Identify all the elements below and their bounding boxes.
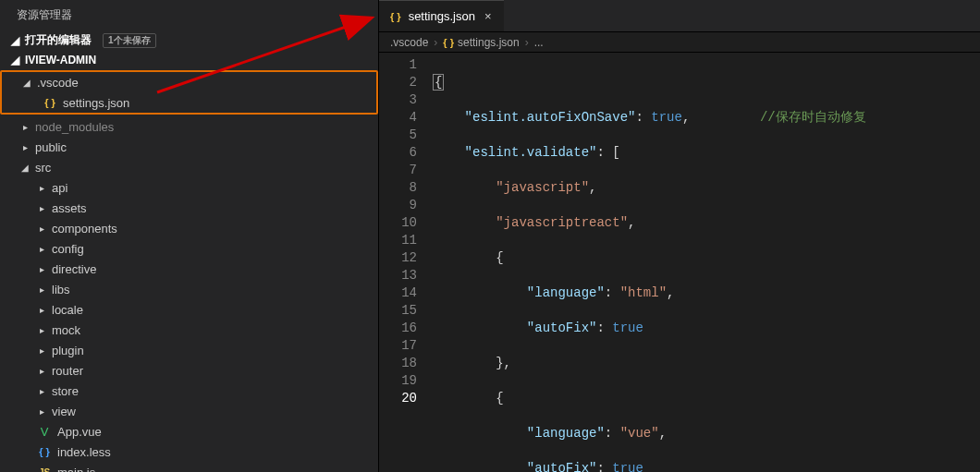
folder-label: store bbox=[52, 384, 79, 398]
close-icon[interactable]: × bbox=[483, 9, 494, 23]
line-number: 1 bbox=[379, 56, 417, 74]
folder-view[interactable]: ▸view bbox=[0, 401, 378, 421]
chevron-right-icon: ▸ bbox=[37, 345, 46, 356]
less-icon: { } bbox=[37, 446, 52, 457]
chevron-right-icon: ▸ bbox=[37, 406, 46, 417]
chevron-right-icon: ▸ bbox=[37, 305, 46, 315]
chevron-right-icon: ▸ bbox=[37, 224, 46, 234]
chevron-down-icon: ◢ bbox=[20, 163, 30, 173]
code-content[interactable]: { "eslint.autoFixOnSave": true, //保存时自动修… bbox=[430, 53, 980, 472]
folder-label: public bbox=[35, 140, 67, 154]
folder-public[interactable]: ▸ public bbox=[0, 137, 378, 157]
folder-label: router bbox=[52, 364, 83, 378]
folder-label: config bbox=[52, 242, 84, 256]
line-number: 8 bbox=[379, 179, 417, 197]
file-label: App.vue bbox=[57, 425, 102, 439]
line-number: 14 bbox=[379, 284, 417, 302]
tab-settings-json[interactable]: { } settings.json × bbox=[379, 0, 504, 31]
highlight-box: ◢ .vscode { } settings.json bbox=[0, 70, 378, 115]
file-main-js[interactable]: JS main.js bbox=[0, 462, 378, 472]
line-number: 20 bbox=[379, 390, 417, 407]
explorer-panel: 资源管理器 ◢ 打开的编辑器 1个未保存 ◢ IVIEW-ADMIN ◢ .vs… bbox=[0, 0, 379, 472]
folder-node-modules[interactable]: ▸ node_modules bbox=[0, 116, 378, 137]
line-number: 12 bbox=[379, 249, 417, 267]
folder-label: node_modules bbox=[35, 120, 114, 134]
explorer-title: 资源管理器 bbox=[0, 0, 378, 29]
file-index-less[interactable]: { } index.less bbox=[0, 442, 378, 462]
line-number: 11 bbox=[379, 232, 417, 249]
line-number: 18 bbox=[379, 355, 417, 372]
line-number: 2 bbox=[379, 74, 417, 91]
chevron-right-icon: ▸ bbox=[37, 366, 46, 376]
open-editors-label: 打开的编辑器 bbox=[25, 32, 92, 48]
folder-label: locale bbox=[52, 303, 83, 317]
folder-store[interactable]: ▸store bbox=[0, 381, 378, 401]
folder-label: mock bbox=[52, 323, 80, 337]
json-icon: { } bbox=[43, 97, 57, 108]
chevron-right-icon: ▸ bbox=[37, 183, 46, 193]
folder-components[interactable]: ▸components bbox=[0, 218, 378, 238]
folder-vscode[interactable]: ◢ .vscode bbox=[2, 72, 376, 92]
chevron-right-icon: › bbox=[525, 36, 529, 49]
file-label: index.less bbox=[57, 445, 111, 459]
folder-label: assets bbox=[52, 201, 87, 215]
line-number: 16 bbox=[379, 320, 417, 337]
file-label: settings.json bbox=[63, 96, 129, 110]
line-number: 9 bbox=[379, 197, 417, 214]
folder-libs[interactable]: ▸libs bbox=[0, 279, 378, 299]
line-number: 15 bbox=[379, 302, 417, 320]
breadcrumb-folder[interactable]: .vscode bbox=[390, 36, 428, 49]
unsaved-badge: 1个未保存 bbox=[103, 33, 156, 48]
breadcrumb-file[interactable]: { } settings.json bbox=[443, 36, 519, 49]
folder-plugin[interactable]: ▸plugin bbox=[0, 340, 378, 360]
chevron-down-icon: ◢ bbox=[11, 54, 19, 67]
chevron-right-icon: ▸ bbox=[37, 264, 46, 274]
folder-router[interactable]: ▸router bbox=[0, 360, 378, 381]
project-header[interactable]: ◢ IVIEW-ADMIN bbox=[0, 52, 378, 68]
line-number: 7 bbox=[379, 162, 417, 179]
js-icon: JS bbox=[37, 467, 52, 473]
line-number: 19 bbox=[379, 372, 417, 390]
chevron-right-icon: ▸ bbox=[20, 142, 30, 152]
editor-pane: { } settings.json × .vscode › { } settin… bbox=[379, 0, 980, 472]
vue-icon: V bbox=[37, 425, 52, 439]
json-icon: { } bbox=[443, 37, 454, 48]
folder-src[interactable]: ◢ src bbox=[0, 157, 378, 177]
chevron-down-icon: ◢ bbox=[22, 78, 31, 88]
folder-label: view bbox=[52, 405, 76, 418]
chevron-right-icon: › bbox=[434, 36, 437, 49]
file-app-vue[interactable]: V App.vue bbox=[0, 421, 378, 442]
line-number: 5 bbox=[379, 127, 417, 144]
file-tree: ◢ .vscode { } settings.json ▸ node_modul… bbox=[0, 68, 378, 472]
chevron-right-icon: ▸ bbox=[20, 122, 30, 132]
folder-directive[interactable]: ▸directive bbox=[0, 259, 378, 279]
json-icon: { } bbox=[390, 11, 401, 22]
line-number: 6 bbox=[379, 144, 417, 162]
project-name: IVIEW-ADMIN bbox=[25, 54, 96, 67]
folder-label: src bbox=[35, 161, 51, 175]
tab-bar: { } settings.json × bbox=[379, 0, 980, 32]
chevron-right-icon: ▸ bbox=[37, 284, 46, 295]
line-number: 10 bbox=[379, 214, 417, 232]
folder-config[interactable]: ▸config bbox=[0, 238, 378, 259]
folder-mock[interactable]: ▸mock bbox=[0, 320, 378, 340]
chevron-right-icon: ▸ bbox=[37, 244, 46, 254]
open-editors-header[interactable]: ◢ 打开的编辑器 1个未保存 bbox=[0, 29, 378, 52]
line-number: 4 bbox=[379, 109, 417, 127]
folder-label: plugin bbox=[52, 344, 84, 357]
folder-api[interactable]: ▸api bbox=[0, 177, 378, 198]
folder-label: libs bbox=[52, 283, 70, 297]
folder-label: components bbox=[52, 222, 117, 236]
folder-assets[interactable]: ▸assets bbox=[0, 198, 378, 218]
file-label: main.js bbox=[57, 466, 95, 473]
folder-locale[interactable]: ▸locale bbox=[0, 299, 378, 320]
folder-label: api bbox=[52, 181, 67, 195]
file-settings-json[interactable]: { } settings.json bbox=[2, 92, 376, 113]
chevron-down-icon: ◢ bbox=[11, 34, 19, 47]
line-number: 3 bbox=[379, 91, 417, 109]
line-number: 17 bbox=[379, 337, 417, 355]
line-number: 13 bbox=[379, 267, 417, 284]
chevron-right-icon: ▸ bbox=[37, 203, 46, 213]
code-area[interactable]: 1234567891011121314151617181920 { "eslin… bbox=[379, 53, 980, 472]
breadcrumb-more[interactable]: ... bbox=[534, 36, 544, 49]
